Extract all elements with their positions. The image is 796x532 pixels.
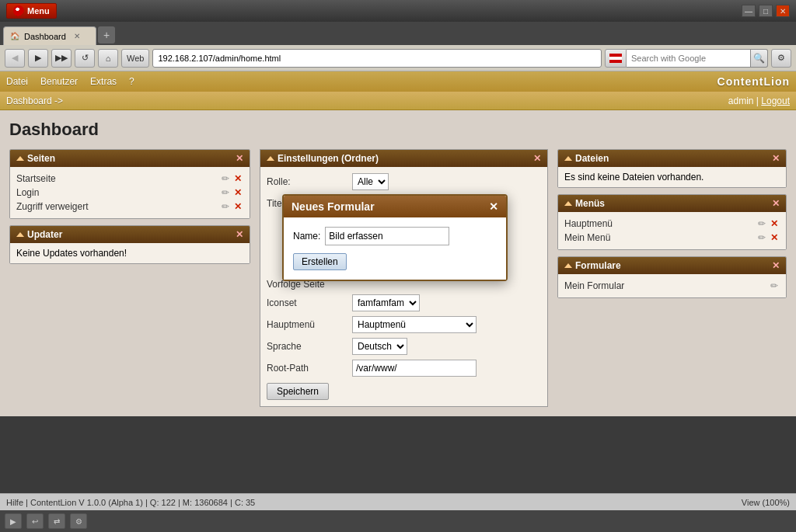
rootpath-input[interactable] — [352, 360, 477, 377]
seiten-item-0-edit-icon[interactable]: ✏ — [220, 173, 231, 184]
menus-item-0-edit-icon[interactable]: ✏ — [756, 218, 767, 229]
nav-bar: ◀ ▶ ▶▶ ↺ ⌂ Web 🔍 ⚙ — [0, 45, 796, 71]
hauptmenu-select[interactable]: Hauptmenü — [352, 316, 477, 333]
modal-create-button[interactable]: Erstellen — [293, 253, 347, 270]
menu-benutzer[interactable]: Benutzer — [40, 76, 78, 87]
menu-label: Menu — [27, 6, 50, 16]
search-button[interactable]: 🔍 — [751, 49, 768, 68]
menus-item-0-label: Hauptmenü — [564, 218, 613, 229]
reload-button[interactable]: ↺ — [75, 49, 95, 68]
updater-widget-title: Updater — [27, 229, 62, 240]
formulare-widget-close[interactable]: ✕ — [772, 260, 780, 271]
bottom-toolbar: ▶ ↩ ⇄ ⚙ — [0, 510, 796, 532]
new-tab-button[interactable]: + — [98, 26, 115, 43]
rootpath-label: Root-Path — [267, 363, 352, 374]
menu-datei[interactable]: Datei — [6, 76, 28, 87]
svg-rect-0 — [609, 54, 622, 57]
tab-title: Dashboard — [24, 32, 66, 41]
logout-link[interactable]: Logout — [761, 96, 790, 106]
rolle-select[interactable]: Alle — [352, 173, 389, 190]
tab-dashboard[interactable]: 🏠 Dashboard ✕ — [3, 26, 96, 45]
seiten-item-1-delete-icon[interactable]: ✕ — [232, 187, 243, 198]
web-label: Web — [121, 49, 149, 68]
status-bar: Hilfe | ContentLion V 1.0.0 (Alpha 1) | … — [0, 493, 796, 510]
menu-extras[interactable]: Extras — [90, 76, 117, 87]
updater-message: Keine Updates vorhanden! — [16, 248, 127, 259]
toolbar-btn-1[interactable]: ▶ — [5, 513, 22, 529]
toolbar-btn-2[interactable]: ↩ — [26, 513, 44, 529]
close-button[interactable]: ✕ — [776, 5, 790, 17]
updater-widget-header: Updater ✕ — [10, 226, 250, 243]
menus-item-1-delete-icon[interactable]: ✕ — [769, 232, 780, 243]
menus-widget: Menüs ✕ Hauptmenü ✏ ✕ — [557, 194, 787, 250]
search-container: 🔍 — [605, 49, 768, 68]
dateien-widget-body: Es sind keine Dateien vorhanden. — [558, 167, 786, 187]
window-controls: — □ ✕ — [742, 5, 790, 17]
seiten-item-1-edit-icon[interactable]: ✏ — [220, 187, 231, 198]
seiten-item-0-label: Startseite — [16, 173, 56, 184]
menus-item-1-label: Mein Menü — [564, 232, 610, 243]
seiten-collapse-icon[interactable] — [16, 156, 24, 161]
iconset-select[interactable]: famfamfam — [352, 294, 420, 311]
forward-button[interactable]: ▶ — [28, 49, 48, 68]
search-input[interactable] — [627, 49, 751, 68]
sprache-select[interactable]: Deutsch — [352, 338, 407, 355]
menus-widget-close[interactable]: ✕ — [772, 198, 780, 209]
toolbar-btn-4[interactable]: ⚙ — [70, 513, 87, 529]
maximize-button[interactable]: □ — [759, 5, 773, 17]
formulare-widget-body: Mein Formular ✏ — [558, 274, 786, 297]
seiten-item-2-edit-icon[interactable]: ✏ — [220, 201, 231, 212]
home-button[interactable]: ⌂ — [98, 49, 118, 68]
seiten-widget-close[interactable]: ✕ — [236, 153, 243, 164]
rolle-row: Rolle: Alle — [267, 173, 541, 190]
rolle-label: Rolle: — [267, 176, 352, 187]
back-button[interactable]: ◀ — [5, 49, 25, 68]
toolbar-btn-3[interactable]: ⇄ — [48, 513, 65, 529]
right-column: Dateien ✕ Es sind keine Dateien vorhande… — [557, 149, 787, 407]
url-bar[interactable] — [152, 49, 602, 68]
dateien-message: Es sind keine Dateien vorhanden. — [564, 172, 703, 183]
formulare-item-0-edit-icon[interactable]: ✏ — [769, 280, 780, 291]
dateien-widget: Dateien ✕ Es sind keine Dateien vorhande… — [557, 149, 787, 188]
table-row: Startseite ✏ ✕ — [16, 172, 243, 186]
seiten-item-2-delete-icon[interactable]: ✕ — [232, 201, 243, 212]
opera-menu-button[interactable]: Menu — [6, 3, 57, 19]
neues-formular-modal: Neues Formular ✕ Name: Erstellen — [282, 194, 508, 281]
seiten-item-0-delete-icon[interactable]: ✕ — [232, 173, 243, 184]
hauptmenu-row: Hauptmenü Hauptmenü — [267, 316, 541, 333]
sprache-label: Sprache — [267, 341, 352, 352]
seiten-item-2-label: Zugriff verweigert — [16, 201, 88, 212]
menus-item-1-edit-icon[interactable]: ✏ — [756, 232, 767, 243]
iconset-label: Iconset — [267, 297, 352, 308]
formulare-widget-header: Formulare ✕ — [558, 257, 786, 274]
formulare-collapse-icon[interactable] — [564, 263, 572, 268]
settings-panel-close[interactable]: ✕ — [533, 153, 541, 164]
modal-name-input[interactable] — [325, 227, 449, 245]
fast-forward-button[interactable]: ▶▶ — [51, 49, 72, 68]
updater-widget-close[interactable]: ✕ — [236, 229, 243, 240]
formulare-item-0-label: Mein Formular — [564, 280, 624, 291]
left-column: Seiten ✕ Startseite ✏ ✕ — [9, 149, 250, 407]
menus-item-0-delete-icon[interactable]: ✕ — [769, 218, 780, 229]
breadcrumb: Dashboard -> — [6, 96, 63, 106]
menu-help[interactable]: ? — [129, 76, 134, 87]
save-button[interactable]: Speichern — [267, 383, 329, 400]
updater-collapse-icon[interactable] — [16, 232, 24, 237]
seiten-widget-body: Startseite ✏ ✕ Login ✏ ✕ — [10, 167, 250, 218]
view-zoom-label: View (100%) — [742, 498, 790, 507]
tab-bar: 🏠 Dashboard ✕ + — [0, 22, 796, 45]
dateien-collapse-icon[interactable] — [564, 156, 572, 161]
minimize-button[interactable]: — — [742, 5, 756, 17]
user-info: admin | Logout — [728, 96, 790, 106]
menus-widget-header: Menüs ✕ — [558, 195, 786, 212]
modal-body: Name: Erstellen — [284, 217, 506, 280]
settings-button[interactable]: ⚙ — [771, 49, 791, 68]
modal-close-button[interactable]: ✕ — [489, 200, 498, 213]
menus-collapse-icon[interactable] — [564, 201, 572, 206]
dateien-widget-close[interactable]: ✕ — [772, 153, 780, 164]
status-right: View (100%) — [742, 498, 790, 507]
rootpath-row: Root-Path — [267, 360, 541, 377]
seiten-widget: Seiten ✕ Startseite ✏ ✕ — [9, 149, 250, 219]
tab-close-icon[interactable]: ✕ — [74, 32, 80, 40]
settings-collapse-icon[interactable] — [267, 156, 274, 161]
